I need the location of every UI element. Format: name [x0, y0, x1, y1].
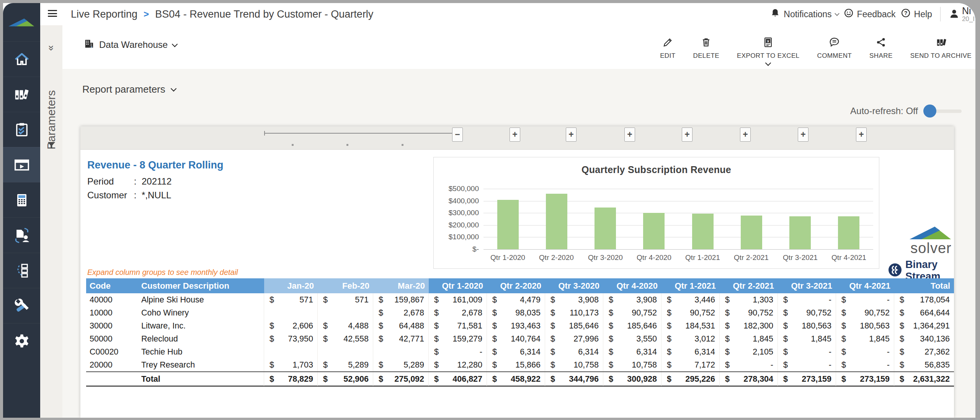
- toolbar-comment-button[interactable]: COMMENT: [817, 37, 852, 60]
- cell-value: 140,764: [511, 332, 541, 345]
- chart-bar: [838, 216, 859, 249]
- currency-symbol: $: [609, 319, 613, 332]
- currency-symbol: $: [434, 319, 439, 332]
- table-cell: $571: [264, 293, 318, 306]
- sidebar-item-data-entry[interactable]: [3, 217, 40, 253]
- sidebar-item-assignments[interactable]: [3, 112, 40, 147]
- column-header: Qtr 2-2021: [720, 278, 778, 293]
- sidebar-item-archive[interactable]: [3, 77, 40, 112]
- sidebar-item-administration[interactable]: [3, 288, 40, 323]
- table-cell: [318, 306, 373, 319]
- report-title: Revenue - 8 Quarter Rolling: [87, 159, 224, 171]
- feedback-button[interactable]: Feedback: [844, 8, 896, 20]
- cell-value: 3,908: [578, 293, 599, 306]
- expand-group-button[interactable]: +: [624, 127, 635, 142]
- menu-icon[interactable]: [48, 10, 57, 19]
- group-extent-line: [264, 133, 457, 134]
- warehouse-building-icon: [83, 38, 94, 51]
- collapse-group-button[interactable]: −: [452, 127, 463, 142]
- currency-symbol: $: [783, 332, 788, 345]
- toolbar-edit-button[interactable]: EDIT: [660, 37, 675, 60]
- data-source-dropdown[interactable]: Data Warehouse: [83, 38, 177, 51]
- question-icon: ?: [901, 8, 911, 20]
- sidebar-item-settings[interactable]: [3, 323, 40, 358]
- currency-symbol: $: [609, 332, 613, 345]
- cell-value: 406,827: [452, 372, 482, 386]
- y-axis-tick-label: $400,000: [434, 197, 479, 205]
- table-cell: $3,012: [662, 332, 720, 345]
- excel-file-icon: X: [763, 37, 774, 49]
- sidebar-item-home[interactable]: [3, 41, 40, 77]
- code-cell: 10000: [86, 306, 138, 319]
- cell-value: 1,845: [869, 332, 890, 345]
- currency-symbol: $: [270, 372, 274, 386]
- currency-symbol: $: [550, 372, 555, 386]
- cell-value: 5,289: [348, 358, 369, 371]
- chevron-down-icon: [172, 41, 178, 47]
- currency-symbol: $: [667, 293, 671, 306]
- table-cell: $140,764: [487, 332, 545, 345]
- currency-symbol: $: [900, 306, 904, 319]
- table-cell: $78,829: [264, 372, 318, 386]
- cell-value: 6,314: [578, 345, 599, 358]
- table-cell: $3,550: [603, 332, 662, 345]
- cell-value: 15,866: [515, 358, 541, 371]
- auto-refresh-toggle[interactable]: [925, 109, 962, 113]
- cell-value: 185,646: [569, 319, 599, 332]
- currency-symbol: $: [434, 345, 439, 358]
- column-header: Qtr 3-2021: [778, 278, 836, 293]
- chart-bar: [497, 200, 519, 249]
- expand-group-button[interactable]: +: [566, 127, 577, 142]
- cell-value: 2,678: [462, 306, 482, 319]
- table-cell: $56,835: [894, 358, 954, 371]
- customer-value: *,NULL: [142, 190, 171, 201]
- y-axis-tick-label: $200,000: [434, 221, 479, 229]
- currency-symbol: $: [550, 332, 555, 345]
- x-axis-tick-label: Qtr 4-2021: [825, 253, 873, 262]
- chevron-down-icon: [170, 86, 176, 92]
- chart-bar: [546, 194, 567, 249]
- chevron-down-icon: [835, 11, 840, 16]
- expand-group-button[interactable]: +: [510, 127, 520, 142]
- table-cell: $571: [318, 293, 373, 306]
- toolbar-export-to-excel-button[interactable]: XEXPORT TO EXCEL: [737, 37, 799, 65]
- cell-value: -: [771, 358, 773, 371]
- x-axis-tick-label: Qtr 4-2020: [630, 253, 678, 262]
- table-cell: [318, 345, 373, 358]
- cell-value: -: [829, 293, 831, 306]
- cell-value: 300,928: [627, 372, 657, 386]
- help-button[interactable]: ? Help: [901, 8, 932, 20]
- toolbar-send-to-archive-button[interactable]: SEND TO ARCHIVE: [910, 37, 972, 60]
- report-parameters-expander[interactable]: Report parameters: [82, 83, 176, 95]
- breadcrumb-root[interactable]: Live Reporting: [71, 8, 137, 20]
- x-axis-tick-label: Qtr 1-2020: [483, 253, 532, 262]
- binary-stream-icon: [888, 263, 902, 278]
- currency-symbol: $: [270, 332, 274, 345]
- cell-value: 275,092: [394, 372, 424, 386]
- toggle-knob[interactable]: [923, 105, 936, 118]
- sidebar-item-hierarchy[interactable]: [3, 253, 40, 288]
- cell-value: 71,581: [457, 319, 482, 332]
- notifications-button[interactable]: Notifications: [770, 8, 838, 20]
- filter-funnel-icon[interactable]: [46, 140, 57, 152]
- cell-value: 571: [299, 293, 313, 306]
- table-cell: $159,279: [429, 332, 487, 345]
- expand-group-button[interactable]: +: [740, 127, 751, 142]
- table-cell: $300,928: [603, 372, 662, 386]
- sidebar-item-budgeting[interactable]: [3, 182, 40, 217]
- sidebar-item-live-reporting[interactable]: [3, 147, 40, 182]
- expand-group-button[interactable]: +: [856, 127, 867, 142]
- report-card: −+++++++ Revenue - 8 Quarter Rolling Per…: [80, 126, 954, 418]
- currency-symbol: $: [609, 306, 613, 319]
- toolbar-delete-button[interactable]: DELETE: [693, 37, 719, 60]
- y-axis-tick-label: $500,000: [434, 185, 479, 193]
- user-tenant: 20_I: [962, 16, 975, 23]
- table-cell: [264, 306, 318, 319]
- expand-panel-button[interactable]: »: [46, 37, 57, 59]
- user-menu[interactable]: Ni 20_I: [949, 6, 975, 23]
- currency-symbol: $: [379, 372, 383, 386]
- cell-value: 159,279: [452, 332, 482, 345]
- expand-group-button[interactable]: +: [682, 127, 693, 142]
- toolbar-share-button[interactable]: SHARE: [869, 37, 893, 60]
- expand-group-button[interactable]: +: [798, 127, 808, 142]
